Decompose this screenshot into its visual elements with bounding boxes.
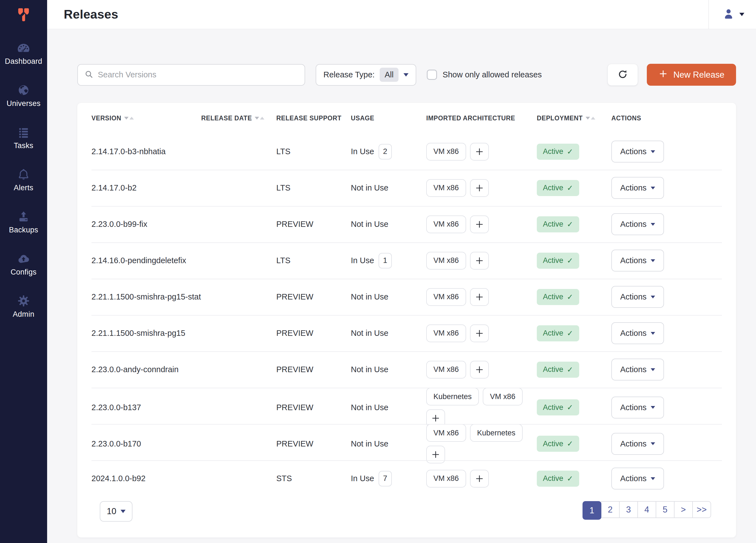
content: Release Type: All Show only allowed rele… xyxy=(47,29,756,543)
plus-icon xyxy=(475,183,484,193)
usage-count-chip[interactable]: 7 xyxy=(379,471,392,486)
sidebar-item-admin[interactable]: Admin xyxy=(0,294,47,319)
column-header-label: VERSION xyxy=(91,114,121,122)
release-support-cell: PREVIEW xyxy=(276,220,351,229)
caret-down-icon xyxy=(651,150,655,153)
sort-icons[interactable] xyxy=(255,117,264,119)
page-2-button[interactable]: 2 xyxy=(601,501,620,518)
new-release-button[interactable]: New Release xyxy=(647,64,736,86)
page-size-dropdown[interactable]: 10 xyxy=(100,501,132,522)
add-architecture-button[interactable] xyxy=(470,215,489,233)
sidebar-item-label: Backups xyxy=(9,226,38,234)
version-cell: 2024.1.0.0-b92 xyxy=(91,474,201,483)
sort-desc-icon[interactable] xyxy=(586,117,590,119)
table-row: 2.14.17.0-b3-nbhatiaLTSIn Use2VM x86Acti… xyxy=(77,133,736,170)
deployment-cell: Active✓ xyxy=(537,399,611,416)
usage-label: In Use xyxy=(351,256,374,265)
sort-icons[interactable] xyxy=(586,117,595,119)
search-icon xyxy=(84,69,94,80)
actions-button[interactable]: Actions xyxy=(611,177,664,199)
add-architecture-button[interactable] xyxy=(470,288,489,306)
sidebar-item-configs[interactable]: Configs xyxy=(0,252,47,277)
sidebar-item-tasks[interactable]: Tasks xyxy=(0,126,47,150)
search-input[interactable] xyxy=(98,70,298,79)
next-page-button[interactable]: > xyxy=(674,501,693,518)
yugabyte-logo-icon[interactable] xyxy=(14,0,33,29)
usage-cell: Not in Use xyxy=(351,403,426,412)
column-header-label: RELEASE SUPPORT xyxy=(276,114,341,122)
table-header-row: VERSIONRELEASE DATERELEASE SUPPORTUSAGEI… xyxy=(77,103,736,133)
release-type-dropdown[interactable]: Release Type: All xyxy=(316,64,416,86)
globe-icon xyxy=(17,83,30,97)
usage-cell: Not in Use xyxy=(351,439,426,448)
add-architecture-button[interactable] xyxy=(470,470,489,488)
sort-desc-icon[interactable] xyxy=(124,117,129,119)
table-row: 2.21.1.1500-smishra-pg15-statPREVIEWNot … xyxy=(77,279,736,315)
usage-count-chip[interactable]: 1 xyxy=(379,253,392,268)
sidebar-item-backups[interactable]: Backups xyxy=(0,210,47,234)
caret-down-icon xyxy=(651,259,655,262)
sidebar-item-universes[interactable]: Universes xyxy=(0,83,47,108)
architecture-chip: VM x86 xyxy=(483,388,523,406)
sort-asc-icon[interactable] xyxy=(260,117,264,119)
table-row: 2.14.17.0-b2LTSNot in UseVM x86Active✓Ac… xyxy=(77,170,736,206)
page-1-button[interactable]: 1 xyxy=(583,501,601,520)
sort-desc-icon[interactable] xyxy=(255,117,259,119)
deployment-status-badge: Active✓ xyxy=(537,144,579,160)
actions-button[interactable]: Actions xyxy=(611,468,664,490)
show-allowed-checkbox[interactable] xyxy=(427,70,437,80)
app-root: DashboardUniversesTasksAlertsBackupsConf… xyxy=(0,0,756,543)
table-row: 2.14.16.0-pendingdeletefixLTSIn Use1VM x… xyxy=(77,242,736,279)
actions-button[interactable]: Actions xyxy=(611,141,664,162)
usage-count-chip[interactable]: 2 xyxy=(379,144,392,159)
table-row: 2.23.0.0-b137PREVIEWNot in UseKubernetes… xyxy=(77,388,736,424)
refresh-button[interactable] xyxy=(607,64,638,86)
gear-icon xyxy=(17,294,30,308)
sort-icons[interactable] xyxy=(124,117,134,119)
check-icon: ✓ xyxy=(567,365,573,374)
plus-icon xyxy=(475,256,484,265)
last-page-button[interactable]: >> xyxy=(692,501,711,518)
deployment-status-badge: Active✓ xyxy=(537,471,579,487)
actions-button[interactable]: Actions xyxy=(611,322,664,344)
actions-button[interactable]: Actions xyxy=(611,286,664,308)
sidebar-item-dashboard[interactable]: Dashboard xyxy=(0,41,47,66)
topbar: Releases xyxy=(47,0,756,29)
check-icon: ✓ xyxy=(567,293,573,302)
caret-down-icon xyxy=(403,73,408,76)
add-architecture-button[interactable] xyxy=(470,179,489,197)
column-header-release-date[interactable]: RELEASE DATE xyxy=(201,114,276,122)
actions-button-label: Actions xyxy=(620,439,647,448)
actions-button[interactable]: Actions xyxy=(611,397,664,419)
sidebar-item-label: Admin xyxy=(13,310,34,319)
column-header-deployment[interactable]: DEPLOYMENT xyxy=(537,114,611,122)
deployment-cell: Active✓ xyxy=(537,471,611,487)
deployment-cell: Active✓ xyxy=(537,289,611,305)
actions-button[interactable]: Actions xyxy=(611,359,664,381)
add-architecture-button[interactable] xyxy=(470,325,489,342)
actions-button[interactable]: Actions xyxy=(611,213,664,235)
sort-asc-icon[interactable] xyxy=(129,117,134,119)
task-list-icon xyxy=(17,126,30,139)
column-header-version[interactable]: VERSION xyxy=(91,114,201,122)
add-architecture-button[interactable] xyxy=(470,252,489,269)
user-icon xyxy=(722,7,735,21)
column-header-label: USAGE xyxy=(351,114,374,122)
actions-button[interactable]: Actions xyxy=(611,249,664,272)
actions-button[interactable]: Actions xyxy=(611,433,664,455)
add-architecture-button[interactable] xyxy=(470,143,489,160)
add-architecture-button[interactable] xyxy=(470,361,489,379)
sidebar-item-label: Dashboard xyxy=(5,57,42,66)
architecture-chip: VM x86 xyxy=(426,215,466,233)
column-header-actions: ACTIONS xyxy=(611,114,722,122)
page-5-button[interactable]: 5 xyxy=(656,501,675,518)
sort-asc-icon[interactable] xyxy=(591,117,595,119)
sidebar-item-alerts[interactable]: Alerts xyxy=(0,168,47,192)
refresh-icon xyxy=(617,69,628,81)
release-support-cell: PREVIEW xyxy=(276,365,351,374)
user-menu[interactable] xyxy=(720,7,747,21)
architecture-chip: VM x86 xyxy=(426,424,466,442)
imported-architecture-cell: VM x86Kubernetes xyxy=(426,424,537,463)
page-3-button[interactable]: 3 xyxy=(619,501,638,518)
page-4-button[interactable]: 4 xyxy=(637,501,656,518)
